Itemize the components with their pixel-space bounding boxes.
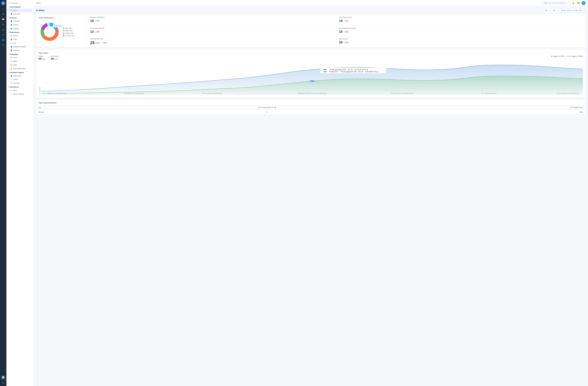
channels-icon: 👤 bbox=[10, 13, 12, 15]
chart-tooltip-bg bbox=[320, 68, 386, 73]
stat-label-nc: New contacts bbox=[339, 38, 583, 40]
chevron-icon-ecom: ▾ bbox=[8, 86, 9, 88]
sidebar-item-email[interactable]: ✉ EMail bbox=[7, 59, 32, 63]
legend-label-new: New: 20% bbox=[65, 27, 72, 29]
arrow-up-frt: ↑ bbox=[344, 20, 345, 22]
sidebar-item-visitors[interactable]: 👤 Visitors bbox=[7, 23, 32, 27]
app-logo[interactable]: TC bbox=[1, 1, 5, 5]
book-icon[interactable]: 📖 bbox=[1, 17, 5, 22]
stat-badge-art: ↓ 46% bbox=[102, 42, 107, 44]
section-performance[interactable]: ▾ Performance bbox=[6, 30, 33, 34]
stat-badge-fcr: ↓ 46% bbox=[95, 31, 100, 33]
legend-new: New: 20% bbox=[63, 27, 74, 29]
chevron-icon-personal: ▾ bbox=[8, 17, 9, 19]
section-conversations[interactable]: ▾ Conversations bbox=[6, 5, 33, 8]
tags-usage-card: Tags Usage ℹ Tagged 54 (39%) Non Tagged … bbox=[36, 49, 586, 98]
sidebar-item-meeting[interactable]: 👤 Meeting bbox=[7, 27, 32, 30]
topbar: Home 🔍 Search here Something 🔔 📶 TC bbox=[33, 0, 588, 6]
grid-icon[interactable]: ⊞ bbox=[1, 27, 5, 32]
stat-label-art: Avg Resolution time bbox=[90, 38, 334, 40]
bell-icon[interactable]: 🔔 bbox=[571, 1, 575, 5]
section-customer-support[interactable]: ▾ Customer Support bbox=[6, 70, 33, 74]
sidebar-item-satisfaction[interactable]: 👤 Satisfaction bbox=[7, 74, 32, 78]
info-icon-tags: ℹ bbox=[48, 52, 49, 54]
non-tagged-value: 30 bbox=[51, 57, 54, 60]
chevron-icon-performance: ▾ bbox=[8, 32, 9, 33]
date-range[interactable]: 29 Dec, 2021 to 04 Jan, 2021 bbox=[560, 9, 586, 12]
stat-value-fcr: 10 ↓ 46% bbox=[90, 30, 334, 34]
sidebar-item-channels[interactable]: 👤 Channels bbox=[7, 12, 32, 16]
sms-icon: 💬 bbox=[10, 64, 12, 66]
sidebar-item-sla[interactable]: ⊙ SLA bbox=[7, 41, 32, 45]
chevron-icon-campaigns: ▾ bbox=[8, 54, 9, 55]
chart-legend: Tagged: 12 (42%) Non Tagged: 32 (58%) bbox=[551, 55, 583, 57]
chart-inner: 50 40 30 20 10 bbox=[42, 63, 583, 95]
stat-label-arpr: Avg Replies per resolution bbox=[339, 27, 583, 29]
sidebar-item-sms-label: SMS bbox=[13, 64, 17, 66]
stat-card-arpr: Avg Replies per resolution 15 ↓ 46% bbox=[337, 25, 586, 36]
info-icon-breakdown: ℹ bbox=[58, 102, 58, 104]
stat-label-frt: First Response time bbox=[339, 17, 583, 18]
sidebar-item-sales-label: Sales Tracking bbox=[13, 93, 24, 95]
star-icon[interactable]: ★ bbox=[1, 32, 5, 37]
sla-icon: ⊙ bbox=[10, 42, 12, 44]
sidebar-item-inbox[interactable]: ✉ Inbox bbox=[7, 8, 32, 12]
chart-tooltip-dot-green bbox=[323, 71, 327, 72]
section-ecommerce[interactable]: ▾ Ecommerce bbox=[6, 85, 33, 89]
chart-point-blue bbox=[310, 80, 315, 82]
overview-icon: ⊙ bbox=[8, 2, 10, 4]
section-personal[interactable]: ▾ Personal bbox=[6, 16, 33, 19]
date-range-wrapper: 29 Dec, 2021 to 04 Jan, 2021 bbox=[560, 9, 586, 12]
section-personal-label: Personal bbox=[10, 17, 17, 19]
sidebar-item-contacts[interactable]: 👤 Contacts bbox=[7, 19, 32, 23]
table-body: Refund 1 9.0% bbox=[36, 110, 586, 115]
svg-text:Monday: Monday bbox=[124, 92, 145, 94]
sidebar-item-sales[interactable]: 📄 Sales Tracking bbox=[7, 92, 32, 96]
sidebar-item-article[interactable]: 📄 Article bbox=[7, 78, 32, 81]
sidebar-item-workflow-label: Workflow bbox=[13, 49, 20, 51]
inbox-icon[interactable]: ✉ bbox=[1, 12, 5, 16]
arrow-up-csat: ↑ bbox=[96, 20, 96, 22]
stat-label-csat: Customer Satisfaction bbox=[90, 17, 334, 18]
sidebar-item-workflow[interactable]: 👤 Workflow bbox=[7, 49, 32, 52]
search-bar[interactable]: 🔍 Search here Something bbox=[543, 1, 570, 5]
sidebar-item-chat[interactable]: 💬 Chat bbox=[7, 56, 32, 59]
sidebar: ⊙ Overview ▾ Conversations ✉ Inbox 👤 Cha… bbox=[6, 0, 33, 386]
chart-icon[interactable]: 📊 bbox=[1, 375, 5, 380]
sidebar-item-goals[interactable]: ⊙ Goals bbox=[7, 89, 32, 92]
top-section: Total Conversations ℹ bbox=[36, 14, 586, 47]
non-tagged-label: Non Tagged bbox=[51, 55, 59, 57]
stat-value-nc: 20 ↓ 46% bbox=[339, 41, 583, 44]
filter-icon[interactable]: ⚙ bbox=[1, 22, 5, 27]
arrow-down-art: ↓ bbox=[103, 42, 103, 44]
stat-badge-arpr: ↓ 46% bbox=[343, 31, 349, 33]
filter2-select[interactable]: All bbox=[552, 9, 559, 12]
legend-dot-non-tagged bbox=[567, 56, 567, 57]
sidebar-item-users[interactable]: 👤 Users bbox=[7, 38, 32, 41]
donut-tooltip: New: 20% bbox=[53, 24, 63, 27]
sidebar-item-searches[interactable]: 🔍 Searches bbox=[7, 81, 32, 85]
settings-icon[interactable]: ⚙ bbox=[1, 380, 5, 385]
svg-text:Wednesday: Wednesday bbox=[297, 92, 327, 94]
donut-title: Total Conversations ℹ bbox=[39, 17, 85, 19]
section-campaigns[interactable]: ▾ Campaigns bbox=[6, 52, 33, 56]
table-row: Refund 1 9.0% bbox=[36, 110, 586, 115]
section-conversations-label: Conversations bbox=[10, 6, 21, 8]
legend-dot-tagged bbox=[551, 56, 552, 57]
puzzle-icon[interactable]: 🔌 bbox=[1, 43, 5, 47]
inbox-item-icon: ✉ bbox=[10, 9, 12, 11]
chart-with-yaxis: Conversations 50 40 30 20 bbox=[39, 63, 583, 95]
home-icon[interactable]: ⌂ bbox=[1, 7, 5, 11]
sidebar-item-overview[interactable]: ⊙ Overview bbox=[6, 1, 33, 5]
sidebar-item-metrics[interactable]: 📊 Metrics bbox=[7, 34, 32, 37]
non-tagged-summary: Non Tagged 30 (21%) bbox=[51, 55, 59, 60]
sidebar-item-push[interactable]: 🔔 Push Notification bbox=[7, 67, 32, 70]
signal-icon[interactable]: 📶 bbox=[576, 1, 580, 5]
sidebar-item-sms[interactable]: 💬 SMS bbox=[7, 63, 32, 67]
user-avatar[interactable]: TC bbox=[582, 1, 586, 5]
main-area: Home 🔍 Search here Something 🔔 📶 TC ✉ In… bbox=[33, 0, 588, 386]
col-pct: % Of Tagged Charts bbox=[390, 105, 586, 110]
sidebar-item-staffing[interactable]: 👤 Staffing Prediction bbox=[7, 45, 32, 48]
filter1-select[interactable]: All bbox=[544, 9, 551, 12]
people-icon[interactable]: 👥 bbox=[1, 38, 5, 42]
